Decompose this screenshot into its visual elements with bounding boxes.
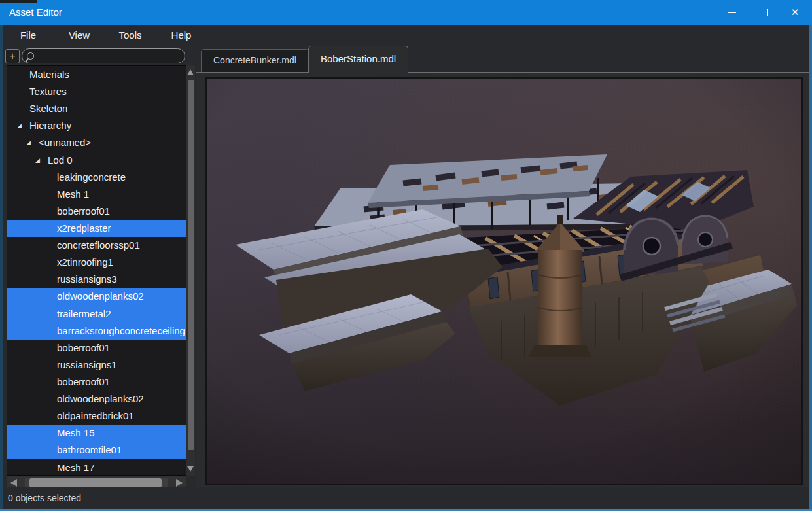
tree-vertical-scrollbar[interactable] (186, 65, 195, 476)
scroll-up-arrow[interactable] (187, 69, 194, 75)
tree-item-x2redplaster[interactable]: x2redplaster (7, 220, 186, 237)
tree-item-label: Mesh 1 (57, 186, 89, 203)
tree-item-label: leakingconcrete (57, 169, 126, 186)
tree-item-label: boberroof01 (57, 374, 110, 391)
tree-item-x2tinroofing1[interactable]: x2tinroofing1 (7, 254, 186, 271)
tree-item--unnamed-[interactable]: ◢<unnamed> (7, 134, 186, 151)
tab-concretebunker-mdl[interactable]: ConcreteBunker.mdl (201, 49, 309, 72)
window-border-left (0, 25, 3, 509)
tree-item-boberroof01[interactable]: boberroof01 (7, 374, 186, 391)
tree-item-oldwoodenplanks02[interactable]: oldwoodenplanks02 (7, 391, 186, 408)
tree-item-concretefloorssp01[interactable]: concretefloorssp01 (7, 237, 186, 254)
vertical-scroll-thumb[interactable] (188, 80, 194, 450)
tree-item-label: bathroomtile01 (57, 442, 122, 459)
horizontal-scroll-thumb[interactable] (29, 478, 162, 487)
menu-help[interactable]: Help (156, 25, 207, 46)
menu-view[interactable]: View (54, 25, 105, 46)
tree-item-trailermetal2[interactable]: trailermetal2 (7, 306, 186, 323)
tree-item-boberroof01[interactable]: boberroof01 (7, 340, 186, 357)
scroll-left-arrow[interactable] (10, 479, 17, 487)
tree-item-boberroof01[interactable]: boberroof01 (7, 203, 186, 220)
tree-item-lod-0[interactable]: ◢Lod 0 (7, 152, 186, 169)
tree-item-label: russiansigns3 (57, 271, 117, 288)
tree-item-label: boberroof01 (57, 203, 110, 220)
minimize-icon (728, 12, 736, 13)
selection-status: 0 objects selected (8, 493, 81, 503)
tree-item-russiansigns1[interactable]: russiansigns1 (7, 357, 186, 374)
menubar: FileViewToolsHelp (3, 25, 809, 46)
tree-item-label: x2redplaster (57, 220, 111, 237)
expand-arrow-icon[interactable]: ◢ (17, 117, 29, 134)
tree-item-leakingconcrete[interactable]: leakingconcrete (7, 169, 186, 186)
menu-file[interactable]: File (3, 25, 54, 46)
tree-item-mesh-1[interactable]: Mesh 1 (7, 186, 186, 203)
tree-item-label: Textures (29, 83, 67, 100)
tree-item-label: concretefloorssp01 (57, 237, 140, 254)
tree-item-label: <unnamed> (39, 134, 91, 151)
window-controls: ✕ (716, 0, 811, 25)
maximize-icon (760, 9, 768, 16)
minimize-button[interactable] (716, 0, 748, 25)
document-tabbar: ConcreteBunker.mdlBoberStation.mdl (196, 46, 809, 73)
tree-item-materials[interactable]: Materials (7, 66, 186, 83)
window-title: Asset Editor (9, 0, 62, 25)
expand-arrow-icon[interactable]: ◢ (26, 134, 39, 151)
tree-item-barracksroughconcreteceiling[interactable]: barracksroughconcreteceiling (7, 323, 186, 340)
tree-item-label: barracksroughconcreteceiling (57, 323, 185, 340)
expand-arrow-icon[interactable]: ◢ (35, 152, 48, 169)
tree-item-label: boberroof01 (57, 340, 110, 357)
maximize-button[interactable] (748, 0, 779, 25)
tree-item-mesh-17[interactable]: Mesh 17 (7, 459, 186, 476)
material-tree: MaterialsTexturesSkeleton◢Hierarchy◢<unn… (7, 65, 186, 476)
tree-item-bathroomtile01[interactable]: bathroomtile01 (7, 442, 186, 459)
tree-item-label: oldwoodenplanks02 (57, 288, 144, 305)
search-box (22, 48, 185, 63)
tree-item-oldpaintedbrick01[interactable]: oldpaintedbrick01 (7, 408, 186, 425)
tab-boberstation-mdl[interactable]: BoberStation.mdl (308, 46, 408, 73)
tree-item-label: Skeleton (29, 100, 67, 117)
tree-item-hierarchy[interactable]: ◢Hierarchy (7, 117, 186, 134)
viewport-panel (196, 72, 809, 487)
tree-item-label: Mesh 17 (57, 459, 95, 476)
tree-item-label: russiansigns1 (57, 357, 117, 374)
search-input[interactable] (34, 49, 185, 63)
tree-item-label: oldwoodenplanks02 (57, 391, 144, 408)
statusbar: 0 objects selected (3, 487, 809, 509)
scroll-right-arrow[interactable] (176, 479, 183, 487)
tree-item-label: trailermetal2 (57, 306, 111, 323)
viewport-3d-scene[interactable] (207, 79, 801, 484)
tree-item-label: Hierarchy (29, 117, 71, 134)
app-window: Asset Editor ✕ FileViewToolsHelp + Mater… (0, 0, 812, 511)
scroll-down-arrow[interactable] (187, 466, 194, 472)
close-icon: ✕ (791, 0, 800, 25)
tree-item-label: Mesh 15 (57, 425, 95, 442)
tree-item-skeleton[interactable]: Skeleton (7, 100, 186, 117)
tree-item-mesh-15[interactable]: Mesh 15 (7, 425, 186, 442)
tree-item-russiansigns3[interactable]: russiansigns3 (7, 271, 186, 288)
tree-item-label: Materials (29, 66, 69, 83)
tree-item-label: oldpaintedbrick01 (57, 408, 134, 425)
tree-item-label: Lod 0 (48, 152, 73, 169)
window-border-right (809, 25, 812, 509)
menu-tools[interactable]: Tools (105, 25, 156, 46)
viewport-frame (205, 77, 803, 485)
search-icon (27, 52, 34, 60)
add-filter-button[interactable]: + (5, 49, 20, 63)
close-button[interactable]: ✕ (779, 0, 811, 25)
tree-item-oldwoodenplanks02[interactable]: oldwoodenplanks02 (7, 288, 186, 305)
tree-item-textures[interactable]: Textures (7, 83, 186, 100)
titlebar[interactable]: Asset Editor ✕ (0, 0, 812, 25)
tree-item-label: x2tinroofing1 (57, 254, 113, 271)
